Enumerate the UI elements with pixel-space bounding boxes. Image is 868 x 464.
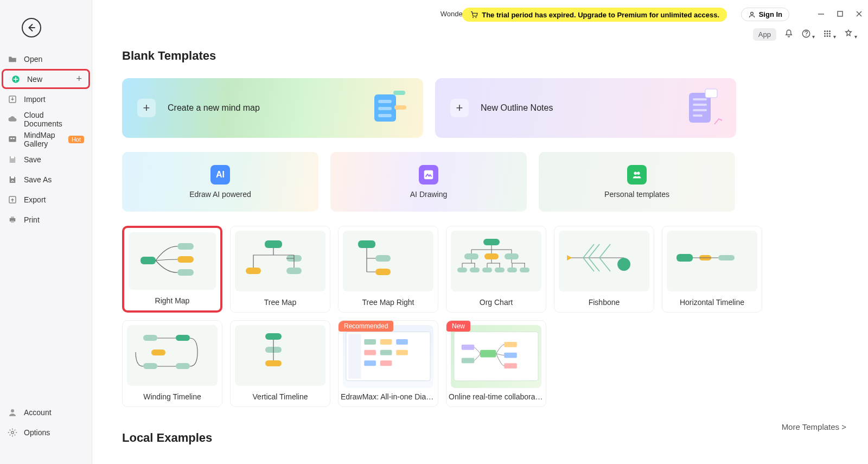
svg-point-22 — [827, 30, 828, 32]
fishbone-preview-icon — [559, 231, 649, 291]
horizontal-timeline-preview-icon — [667, 231, 757, 291]
template-edrawmax[interactable]: Recommended EdrawMax: — [338, 320, 438, 407]
template-label: Winding Timeline — [123, 388, 222, 406]
new-outline-card[interactable]: + New Outline Notes — [435, 78, 736, 138]
plus-circle-icon — [11, 74, 21, 84]
personal-templates-icon — [627, 165, 647, 185]
svg-point-28 — [827, 35, 828, 37]
tree-map-right-preview-icon — [343, 231, 433, 291]
template-label: Tree Map — [231, 294, 330, 312]
template-label: Org Chart — [446, 294, 546, 312]
print-icon — [8, 215, 17, 225]
sidebar-item-save-as[interactable]: Save As — [0, 169, 92, 189]
sidebar-item-label: Export — [24, 195, 46, 204]
tree-map-preview-icon — [235, 231, 326, 291]
signin-button[interactable]: Sign In — [741, 8, 789, 21]
add-new-icon[interactable]: + — [76, 73, 82, 85]
user-icon — [8, 408, 17, 417]
user-icon — [748, 11, 756, 18]
ai-powered-card[interactable]: AI Edraw AI powered — [122, 152, 318, 212]
online-collab-preview-icon — [451, 325, 541, 388]
svg-rect-18 — [838, 11, 843, 16]
svg-rect-56 — [364, 360, 376, 366]
template-label: Online real-time collaborat... — [446, 388, 546, 406]
svg-point-23 — [829, 30, 831, 32]
svg-rect-10 — [11, 217, 14, 218]
sidebar-item-label: Save — [24, 155, 41, 164]
help-dropdown[interactable]: ▾ — [801, 29, 815, 40]
sidebar-item-label: Options — [24, 428, 50, 437]
plus-icon: + — [137, 99, 156, 117]
template-org-chart[interactable]: Org Chart — [446, 226, 546, 313]
svg-rect-58 — [454, 332, 538, 380]
hot-badge: Hot — [68, 136, 84, 143]
back-button[interactable] — [22, 18, 41, 37]
sidebar-item-export[interactable]: Export — [0, 189, 92, 209]
folder-icon — [8, 54, 17, 64]
create-mindmap-card[interactable]: + Create a new mind map — [122, 78, 423, 138]
template-label: Tree Map Right — [339, 294, 438, 312]
svg-rect-54 — [380, 350, 392, 355]
template-vertical-timeline[interactable]: Vertical Timeline — [230, 320, 330, 407]
sidebar-item-save[interactable]: Save — [0, 149, 92, 169]
svg-point-43 — [634, 172, 637, 175]
bell-icon[interactable] — [784, 29, 794, 40]
svg-rect-6 — [11, 156, 14, 158]
svg-point-21 — [824, 30, 826, 32]
ai-drawing-card[interactable]: AI Drawing — [330, 152, 527, 212]
svg-rect-57 — [380, 360, 392, 366]
new-outline-label: New Outline Notes — [481, 103, 553, 113]
trial-message: The trial period has expired. Upgrade to… — [482, 11, 719, 19]
template-online-collab[interactable]: New Online real-time collaborat... — [446, 320, 546, 407]
svg-point-16 — [750, 12, 753, 15]
svg-rect-49 — [348, 334, 361, 379]
sidebar-item-options[interactable]: Options — [0, 422, 92, 442]
sidebar: Open New + Import Cloud Documents MindMa… — [0, 0, 92, 464]
svg-rect-7 — [11, 176, 14, 179]
close-button[interactable] — [856, 10, 863, 20]
template-fishbone[interactable]: Fishbone — [554, 226, 654, 313]
template-tree-map[interactable]: Tree Map — [230, 226, 330, 313]
org-chart-preview-icon — [451, 231, 541, 291]
svg-point-29 — [829, 35, 831, 37]
maximize-button[interactable] — [837, 10, 844, 20]
theme-dropdown[interactable]: ▾ — [844, 29, 857, 40]
grid-dropdown[interactable]: ▾ — [822, 29, 836, 40]
template-label: Horizontal Timeline — [662, 294, 762, 312]
sidebar-item-new[interactable]: New + — [2, 69, 90, 89]
svg-point-26 — [829, 33, 831, 35]
sidebar-item-label: Account — [24, 408, 52, 417]
outline-illustration-icon — [674, 86, 723, 130]
save-icon — [8, 155, 17, 164]
template-horizontal-timeline[interactable]: Horizontal Timeline — [662, 226, 762, 313]
personal-templates-card[interactable]: Personal templates — [539, 152, 735, 212]
import-icon — [8, 94, 17, 104]
recommended-badge: Recommended — [339, 321, 393, 332]
plus-icon: + — [450, 99, 469, 117]
create-mindmap-label: Create a new mind map — [168, 103, 260, 113]
sidebar-item-cloud-documents[interactable]: Cloud Documents — [0, 109, 92, 129]
template-right-map[interactable]: Right Map — [122, 226, 222, 313]
edrawmax-preview-icon — [343, 325, 433, 388]
template-tree-map-right[interactable]: Tree Map Right — [338, 226, 438, 313]
minimize-button[interactable] — [818, 10, 825, 20]
mindmap-illustration-icon — [361, 86, 410, 130]
app-chip[interactable]: App — [753, 28, 776, 41]
template-label: Right Map — [124, 292, 220, 310]
trial-banner[interactable]: The trial period has expired. Upgrade to… — [462, 8, 727, 22]
sidebar-item-open[interactable]: Open — [0, 49, 92, 69]
svg-rect-50 — [364, 339, 376, 345]
svg-rect-3 — [9, 136, 16, 142]
cart-icon — [470, 10, 478, 19]
svg-rect-11 — [11, 220, 14, 223]
svg-rect-61 — [504, 353, 517, 358]
sidebar-item-label: Cloud Documents — [24, 111, 84, 128]
sidebar-item-mindmap-gallery[interactable]: MindMap Gallery Hot — [0, 129, 92, 149]
template-winding-timeline[interactable]: Winding Timeline — [122, 320, 222, 407]
sidebar-item-label: MindMap Gallery — [24, 131, 66, 148]
sidebar-item-import[interactable]: Import — [0, 89, 92, 109]
sidebar-item-account[interactable]: Account — [0, 402, 92, 422]
sidebar-item-print[interactable]: Print — [0, 209, 92, 230]
cloud-icon — [8, 115, 17, 124]
more-templates-link[interactable]: More Templates > — [782, 422, 846, 431]
